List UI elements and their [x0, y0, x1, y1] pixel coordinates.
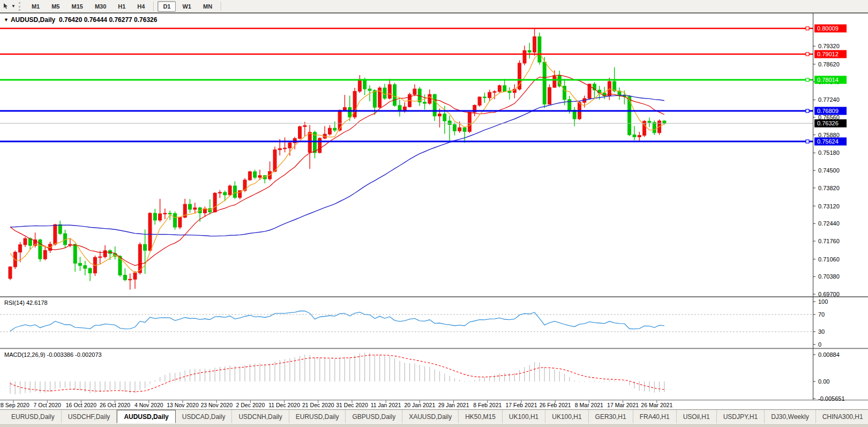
svg-text:0.71060: 0.71060 — [818, 256, 840, 263]
svg-text:16 Oct 2020: 16 Oct 2020 — [66, 402, 96, 408]
chart-tab-bar: EURUSD,DailyUSDCHF,DailyAUDUSD,DailyUSDC… — [0, 409, 868, 423]
svg-text:0.79012: 0.79012 — [817, 51, 839, 57]
svg-text:26 Mar 2021: 26 Mar 2021 — [641, 402, 672, 408]
tab-dj30-weekly[interactable]: DJ30,Weekly — [765, 410, 815, 423]
timeframe-button-m30[interactable]: M30 — [89, 1, 111, 12]
timeframe-button-m5[interactable]: M5 — [46, 1, 65, 12]
svg-text:0.72440: 0.72440 — [818, 220, 840, 227]
svg-text:11 Dec 2020: 11 Dec 2020 — [268, 402, 300, 408]
svg-text:26 Oct 2020: 26 Oct 2020 — [100, 402, 130, 408]
svg-text:2 Dec 2020: 2 Dec 2020 — [236, 402, 265, 408]
crosshair-cursor-icon[interactable] — [2, 2, 11, 11]
toolbar-separator — [221, 2, 222, 11]
svg-text:-0.005651: -0.005651 — [818, 395, 845, 402]
svg-text:20 Jan 2021: 20 Jan 2021 — [404, 402, 435, 408]
tab-eurusd-daily[interactable]: EURUSD,Daily — [5, 410, 62, 423]
timeframe-button-m1[interactable]: M1 — [26, 1, 45, 12]
svg-text:0.75180: 0.75180 — [818, 149, 840, 156]
svg-text:0: 0 — [818, 341, 821, 348]
trading-terminal: ▼ M1M5M15M30H1H4D1W1MN ▼AUDUSD,Daily 0.7… — [0, 0, 868, 427]
rsi-indicator-label: RSI(14) 42.6178 — [4, 299, 48, 306]
svg-text:0.76809: 0.76809 — [817, 108, 839, 114]
tab-xauusd-daily[interactable]: XAUUSD,Daily — [402, 410, 459, 423]
svg-text:0.73120: 0.73120 — [818, 203, 840, 209]
svg-text:0.78014: 0.78014 — [817, 77, 839, 83]
svg-text:0.80009: 0.80009 — [817, 25, 839, 32]
tab-uk100-h1[interactable]: UK100,H1 — [503, 410, 545, 423]
timeframe-button-w1[interactable]: W1 — [177, 1, 197, 12]
svg-text:0.71760: 0.71760 — [818, 238, 840, 244]
svg-text:29 Jan 2021: 29 Jan 2021 — [438, 402, 469, 408]
svg-text:0.78620: 0.78620 — [818, 61, 840, 68]
toolbar-grip-handle[interactable] — [19, 2, 23, 11]
tab-eurusd-daily[interactable]: EURUSD,Daily — [289, 410, 346, 423]
chart-canvas[interactable]: 0.793200.786200.779400.772400.765600.758… — [0, 13, 868, 409]
tab-usdcnh-daily[interactable]: USDCNH,Daily — [232, 410, 289, 423]
timeframe-buttons: M1M5M15M30H1H4D1W1MN — [26, 1, 225, 12]
svg-text:0.79320: 0.79320 — [818, 43, 840, 49]
tab-uk100-h1[interactable]: UK100,H1 — [545, 410, 588, 423]
svg-text:7 Oct 2020: 7 Oct 2020 — [34, 402, 62, 408]
tab-china300-h1[interactable]: CHINA300,H1 — [816, 410, 868, 423]
svg-text:11 Jan 2021: 11 Jan 2021 — [371, 402, 401, 408]
svg-text:0.74500: 0.74500 — [818, 167, 840, 174]
svg-text:30: 30 — [818, 328, 825, 335]
timeframe-button-m15[interactable]: M15 — [66, 1, 88, 12]
cursor-tool-caret-icon[interactable]: ▼ — [11, 4, 16, 9]
tab-usdjpy-h1[interactable]: USDJPY,H1 — [717, 410, 765, 423]
hline-handle[interactable] — [806, 109, 809, 113]
svg-text:0.75880: 0.75880 — [818, 132, 840, 138]
svg-text:17 Mar 2021: 17 Mar 2021 — [607, 402, 639, 408]
svg-text:0.00: 0.00 — [818, 378, 829, 385]
svg-text:8 Feb 2021: 8 Feb 2021 — [473, 402, 502, 408]
timeframe-toolbar: ▼ M1M5M15M30H1H4D1W1MN — [0, 0, 868, 13]
timeframe-button-h1[interactable]: H1 — [113, 1, 131, 12]
chart-ohlc-values: 0.76420 0.76444 0.76277 0.76326 — [59, 16, 158, 24]
svg-text:0.69700: 0.69700 — [818, 291, 840, 297]
tab-usdchf-daily[interactable]: USDCHF,Daily — [62, 410, 117, 423]
svg-text:31 Dec 2020: 31 Dec 2020 — [336, 402, 368, 408]
timeframe-button-mn[interactable]: MN — [198, 1, 218, 12]
status-strip — [0, 423, 868, 427]
svg-text:0.70380: 0.70380 — [818, 273, 840, 280]
hline-handle[interactable] — [806, 140, 809, 143]
tab-hk50-m15[interactable]: HK50,M15 — [459, 410, 503, 423]
tab-ger30-h1[interactable]: GER30,H1 — [589, 410, 633, 423]
svg-text:26 Feb 2021: 26 Feb 2021 — [540, 402, 571, 408]
svg-text:13 Nov 2020: 13 Nov 2020 — [167, 402, 199, 408]
svg-text:100: 100 — [818, 298, 828, 305]
macd-indicator-label: MACD(12,26,9) -0.003386 -0.002073 — [4, 351, 102, 358]
chart-symbol-label: AUDUSD,Daily — [11, 16, 55, 24]
tab-usdcad-daily[interactable]: USDCAD,Daily — [176, 410, 233, 423]
tab-audusd-daily[interactable]: AUDUSD,Daily — [117, 410, 175, 423]
tab-gbpusd-daily[interactable]: GBPUSD,Daily — [346, 410, 402, 423]
svg-text:0.73820: 0.73820 — [818, 185, 840, 191]
timeframe-button-d1[interactable]: D1 — [158, 1, 176, 12]
svg-text:0.77240: 0.77240 — [818, 96, 840, 103]
svg-text:0.75624: 0.75624 — [817, 138, 839, 145]
svg-text:28 Sep 2020: 28 Sep 2020 — [0, 402, 29, 408]
svg-text:21 Dec 2020: 21 Dec 2020 — [302, 402, 334, 408]
svg-text:17 Feb 2021: 17 Feb 2021 — [506, 402, 537, 408]
hline-handle[interactable] — [806, 27, 809, 30]
hline-handle[interactable] — [806, 53, 809, 56]
chart-title: ▼AUDUSD,Daily 0.76420 0.76444 0.76277 0.… — [4, 16, 157, 24]
toolbar-separator — [153, 2, 154, 11]
svg-text:8 Mar 2021: 8 Mar 2021 — [575, 402, 603, 408]
tab-usoil-h1[interactable]: USOil,H1 — [677, 410, 717, 423]
svg-text:0.00884: 0.00884 — [818, 351, 840, 358]
collapse-arrow-icon[interactable]: ▼ — [4, 17, 9, 23]
svg-text:4 Nov 2020: 4 Nov 2020 — [134, 402, 163, 408]
timeframe-button-h4[interactable]: H4 — [132, 1, 150, 12]
hline-handle[interactable] — [806, 78, 809, 81]
svg-text:23 Nov 2020: 23 Nov 2020 — [200, 402, 233, 408]
svg-text:0.76326: 0.76326 — [817, 120, 839, 126]
tab-fra40-h1[interactable]: FRA40,H1 — [633, 410, 677, 423]
svg-text:70: 70 — [818, 311, 825, 318]
